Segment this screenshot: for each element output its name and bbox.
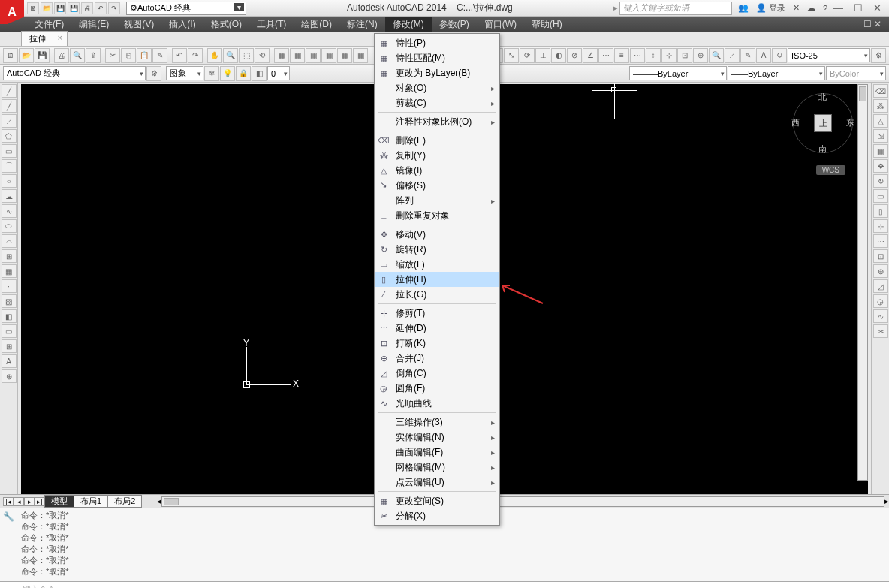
menu-item[interactable]: ⋯延伸(D) <box>375 321 499 336</box>
menu-draw[interactable]: 绘图(D) <box>294 17 339 32</box>
dim-continue-button[interactable]: ⋯ <box>630 48 645 63</box>
layer-off-button[interactable]: 💡 <box>220 66 235 81</box>
line-button[interactable]: ╱ <box>2 84 17 98</box>
vertical-scrollbar[interactable] <box>857 84 868 481</box>
sheetset-button[interactable]: ▦ <box>321 48 336 63</box>
markup-button[interactable]: ▦ <box>337 48 352 63</box>
open-button[interactable]: 📂 <box>19 48 34 63</box>
menu-item[interactable]: 点云编辑(U) <box>375 475 499 490</box>
copy-button[interactable]: ⎘ <box>121 48 136 63</box>
document-tab[interactable]: 拉伸 × <box>21 31 68 46</box>
extend-button[interactable]: ⋯ <box>873 234 888 248</box>
dim-space-button[interactable]: ↕ <box>646 48 661 63</box>
wrench-icon[interactable]: 🔧 <box>3 511 17 525</box>
menu-item[interactable]: 对象(O) <box>375 80 499 95</box>
menu-item[interactable]: 注释性对象比例(O) <box>375 114 499 129</box>
menu-modify[interactable]: 修改(M) <box>385 17 432 32</box>
arc-button[interactable]: ⌒ <box>2 159 17 173</box>
table-button[interactable]: ⊞ <box>2 339 17 353</box>
pan-button[interactable]: ✋ <box>207 48 222 63</box>
nav-next[interactable]: ▸ <box>24 497 35 506</box>
explode-button[interactable]: ✂ <box>873 324 888 338</box>
matchprop-button[interactable]: ✎ <box>152 48 167 63</box>
spline-button[interactable]: ∿ <box>2 204 17 218</box>
block-button[interactable]: ▦ <box>2 264 17 278</box>
layer-lock-button[interactable]: 🔒 <box>236 66 251 81</box>
menu-item[interactable]: ▭缩放(L) <box>375 257 499 272</box>
plotstyle-select[interactable]: ByColor <box>826 66 886 80</box>
menu-item[interactable]: 网格编辑(M) <box>375 460 499 475</box>
polygon-button[interactable]: ⬠ <box>2 129 17 143</box>
dim-angular-button[interactable]: ∠ <box>583 48 598 63</box>
menu-item[interactable]: ⊹修剪(T) <box>375 306 499 321</box>
layer-current-select[interactable]: 0 <box>267 66 290 80</box>
menu-item[interactable]: ⊕合并(J) <box>375 351 499 366</box>
point-button[interactable]: · <box>2 279 17 293</box>
menu-item[interactable]: ↻旋转(R) <box>375 242 499 257</box>
maximize-button[interactable]: ☐ <box>854 2 863 14</box>
lineweight-select[interactable]: —— ByLayer <box>728 66 825 80</box>
redo-icon[interactable]: ↷ <box>108 2 120 14</box>
chamfer-button[interactable]: ◿ <box>873 279 888 293</box>
joggedlinear-button[interactable]: ⟋ <box>725 48 740 63</box>
menu-file[interactable]: 文件(F) <box>27 17 71 32</box>
qcalc-button[interactable]: ▦ <box>353 48 368 63</box>
menu-item[interactable]: ◶圆角(F) <box>375 381 499 396</box>
menu-item[interactable]: ▯拉伸(H) <box>375 272 499 287</box>
fillet-button[interactable]: ◶ <box>873 294 888 308</box>
menu-item[interactable]: 阵列 <box>375 193 499 208</box>
menu-edit[interactable]: 编辑(E) <box>71 17 116 32</box>
toolpalettes-button[interactable]: ▦ <box>306 48 321 63</box>
plot-icon[interactable]: 🖨 <box>81 2 93 14</box>
command-input[interactable]: ▸_ 键入命令 <box>0 581 889 588</box>
linetype-select[interactable]: ——— ByLayer <box>629 66 727 80</box>
dim-ordinate-button[interactable]: ⊥ <box>535 48 550 63</box>
erase-button[interactable]: ⌫ <box>873 84 888 98</box>
scale-button[interactable]: ▭ <box>873 189 888 203</box>
menu-item[interactable]: 实体编辑(N) <box>375 430 499 445</box>
redo-button[interactable]: ↷ <box>188 48 203 63</box>
undo-icon[interactable]: ↶ <box>95 2 107 14</box>
nav-last[interactable]: ▸| <box>35 497 45 506</box>
menu-insert[interactable]: 插入(I) <box>161 17 203 32</box>
workspace-select-2[interactable]: AutoCAD 经典 <box>3 66 146 80</box>
horizontal-scrollbar[interactable]: ◂▸ <box>157 496 889 507</box>
mdi-minimize-button[interactable]: _ ☐ ✕ <box>848 17 889 31</box>
layer-freeze-button[interactable]: ❄ <box>204 66 219 81</box>
menu-item[interactable]: 剪裁(C) <box>375 95 499 110</box>
menu-item[interactable]: ▦更改空间(S) <box>375 493 499 508</box>
menu-item[interactable]: ⁂复制(Y) <box>375 148 499 163</box>
cut-button[interactable]: ✂ <box>105 48 120 63</box>
close-button[interactable]: ✕ <box>873 2 881 14</box>
publish-button[interactable]: ⇪ <box>86 48 101 63</box>
menu-item[interactable]: ⟂删除重复对象 <box>375 208 499 223</box>
nav-first[interactable]: |◂ <box>3 497 14 506</box>
menu-item[interactable]: 曲面编辑(F) <box>375 445 499 460</box>
dim-break-button[interactable]: ⊹ <box>661 48 677 63</box>
inspect-button[interactable]: 🔍 <box>709 48 724 63</box>
new-button[interactable]: 🗎 <box>3 48 18 63</box>
properties-button[interactable]: ▦ <box>274 48 289 63</box>
new-icon[interactable]: 🗎 <box>27 2 39 14</box>
ellipse-button[interactable]: ⬭ <box>2 219 17 233</box>
exchange-app-icon[interactable]: ✕ <box>793 3 800 13</box>
wcs-label[interactable]: WCS <box>816 165 845 175</box>
layer-state-select[interactable]: 图象 <box>166 66 203 80</box>
menu-item[interactable]: 三维操作(3) <box>375 415 499 430</box>
autodesk-360-icon[interactable]: ☁ <box>807 3 815 13</box>
saveas-icon[interactable]: 💾 <box>68 2 80 14</box>
minimize-button[interactable]: — <box>833 2 843 14</box>
menu-help[interactable]: 帮助(H) <box>524 17 570 32</box>
menu-item[interactable]: ⁄拉长(G) <box>375 287 499 302</box>
layout-tab-model[interactable]: 模型 <box>44 495 74 508</box>
plot-button[interactable]: 🖨 <box>54 48 69 63</box>
layout-tab-1[interactable]: 布局1 <box>74 495 108 508</box>
move-button[interactable]: ✥ <box>873 159 888 173</box>
help-icon[interactable]: ? <box>823 4 827 13</box>
menu-item[interactable]: △镜像(I) <box>375 163 499 178</box>
close-tab-icon[interactable]: × <box>58 33 62 42</box>
revcloud-button[interactable]: ☁ <box>2 189 17 203</box>
insert-button[interactable]: ⊞ <box>2 249 17 263</box>
addselected-button[interactable]: ⊕ <box>2 369 17 383</box>
ellipsearc-button[interactable]: ⌓ <box>2 234 17 248</box>
